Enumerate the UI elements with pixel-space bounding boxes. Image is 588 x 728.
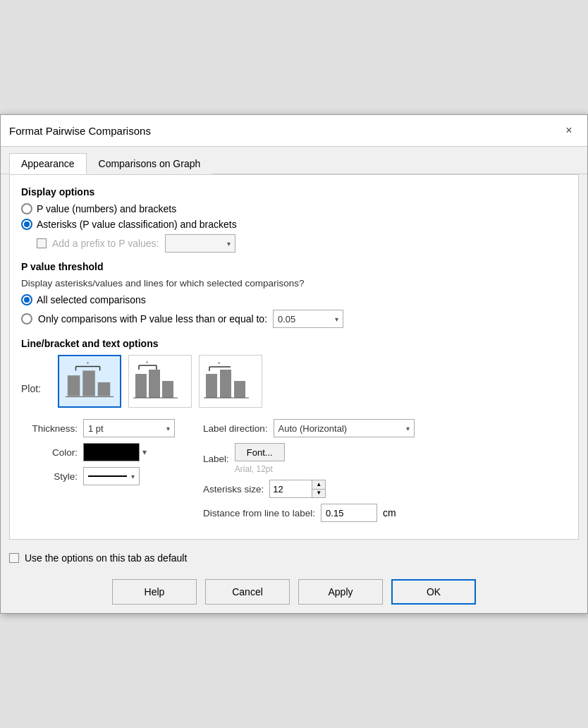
- pvalue-threshold-dropdown[interactable]: 0.05 ▾: [273, 310, 343, 328]
- label-direction-label: Label direction:: [203, 423, 268, 434]
- radio-asterisks[interactable]: [21, 219, 32, 230]
- color-label: Color:: [21, 447, 78, 458]
- pvalue-threshold-subtitle: Display asterisks/values and lines for w…: [21, 278, 567, 289]
- plot-svg-1: *: [62, 358, 117, 404]
- color-swatch[interactable]: [83, 443, 140, 461]
- distance-row: Distance from line to label: cm: [203, 504, 415, 522]
- tab-bar: Appearance Comparisons on Graph: [1, 147, 587, 174]
- plot-thumb-1[interactable]: *: [58, 355, 121, 408]
- tab-appearance[interactable]: Appearance: [9, 153, 87, 174]
- asterisks-size-row: Asterisks size: ▲ ▼: [203, 480, 415, 498]
- plot-svg-2: *: [132, 358, 188, 404]
- color-row: Color: ▾: [21, 443, 175, 461]
- title-bar: Format Pairwise Comparisons ×: [1, 115, 587, 147]
- cancel-button[interactable]: Cancel: [205, 579, 290, 605]
- svg-rect-12: [135, 374, 147, 398]
- style-select[interactable]: ▾: [83, 467, 140, 485]
- prefix-row: Add a prefix to P values: ▾: [37, 234, 567, 253]
- svg-text:*: *: [218, 360, 220, 367]
- plot-section: Plot: *: [21, 355, 567, 408]
- pvalue-chevron-icon: ▾: [335, 315, 338, 323]
- form-right: Label direction: Auto (Horizontal) ▾ Lab…: [203, 419, 415, 528]
- style-row: Style: ▾: [21, 467, 175, 485]
- spinner-arrows: ▲ ▼: [312, 480, 326, 498]
- help-button[interactable]: Help: [112, 579, 197, 605]
- svg-rect-6: [98, 382, 111, 396]
- asterisks-size-input[interactable]: [269, 480, 312, 498]
- radio-all[interactable]: [21, 294, 32, 305]
- distance-input[interactable]: [321, 504, 377, 522]
- asterisks-size-label: Asterisks size:: [203, 484, 264, 495]
- pvalue-threshold-title: P value threshold: [21, 261, 567, 272]
- asterisks-size-spinner: ▲ ▼: [269, 480, 326, 498]
- svg-rect-13: [149, 370, 160, 398]
- radio-pvalue-label: P value (numbers) and brackets: [37, 203, 176, 214]
- radio-asterisks-label: Asterisks (P value classification) and b…: [37, 219, 237, 230]
- plot-thumbnails: * *: [58, 355, 262, 408]
- default-checkbox-label: Use the options on this tab as default: [25, 552, 187, 564]
- display-options-title: Display options: [21, 186, 567, 198]
- line-options-title: Line/bracket and text options: [21, 338, 567, 349]
- svg-text:*: *: [146, 360, 148, 366]
- dialog: Format Pairwise Comparisons × Appearance…: [0, 114, 588, 614]
- radio-only-row: Only comparisons with P value less than …: [21, 310, 567, 328]
- label-direction-value: Auto (Horizontal): [278, 423, 348, 434]
- svg-text:*: *: [87, 360, 89, 367]
- font-button[interactable]: Font...: [235, 443, 285, 461]
- label-font-row: Label: Font... Arial, 12pt: [203, 443, 415, 474]
- spinner-up[interactable]: ▲: [312, 480, 325, 490]
- tab-content: Display options P value (numbers) and br…: [9, 174, 579, 540]
- plot-thumb-3[interactable]: *: [199, 355, 262, 408]
- label-font-label: Label:: [203, 454, 229, 464]
- default-checkbox[interactable]: [9, 553, 19, 563]
- form-controls: Thickness: 1 pt ▾ Color: ▾ Style:: [21, 419, 567, 528]
- prefix-dropdown[interactable]: ▾: [165, 234, 235, 253]
- radio-pvalue-row: P value (numbers) and brackets: [21, 203, 567, 214]
- apply-button[interactable]: Apply: [298, 579, 383, 605]
- label-direction-chevron-icon: ▾: [406, 425, 410, 432]
- radio-only-label: Only comparisons with P value less than …: [38, 313, 267, 324]
- line-preview: [88, 475, 127, 477]
- svg-rect-19: [206, 374, 217, 398]
- color-chevron-icon[interactable]: ▾: [142, 447, 147, 457]
- button-bar: Help Cancel Apply OK: [1, 571, 587, 613]
- close-button[interactable]: ×: [559, 121, 579, 140]
- radio-pvalue[interactable]: [21, 203, 32, 214]
- prefix-checkbox[interactable]: [37, 238, 47, 248]
- svg-rect-4: [68, 375, 80, 396]
- radio-only[interactable]: [21, 313, 32, 324]
- form-left: Thickness: 1 pt ▾ Color: ▾ Style:: [21, 419, 175, 528]
- font-info: Arial, 12pt: [235, 464, 285, 474]
- label-direction-row: Label direction: Auto (Horizontal) ▾: [203, 419, 415, 437]
- style-label: Style:: [21, 471, 78, 482]
- plot-thumb-2[interactable]: *: [128, 355, 192, 408]
- prefix-chevron-icon: ▾: [227, 240, 231, 248]
- thickness-row: Thickness: 1 pt ▾: [21, 419, 175, 437]
- plot-svg-3: *: [202, 358, 259, 404]
- svg-rect-20: [220, 370, 231, 398]
- pvalue-threshold-value: 0.05: [278, 314, 295, 324]
- style-chevron-icon: ▾: [131, 473, 135, 480]
- radio-all-row: All selected comparisons: [21, 294, 567, 305]
- svg-rect-21: [234, 381, 245, 398]
- thickness-select[interactable]: 1 pt ▾: [83, 419, 175, 437]
- distance-label: Distance from line to label:: [203, 508, 315, 518]
- label-direction-select[interactable]: Auto (Horizontal) ▾: [274, 419, 415, 437]
- prefix-label: Add a prefix to P values:: [52, 238, 159, 249]
- tab-comparisons[interactable]: Comparisons on Graph: [87, 153, 213, 174]
- distance-unit: cm: [383, 507, 396, 518]
- plot-label: Plot:: [21, 355, 49, 394]
- default-checkbox-row: Use the options on this tab as default: [1, 545, 587, 571]
- radio-asterisks-row: Asterisks (P value classification) and b…: [21, 219, 567, 230]
- radio-all-label: All selected comparisons: [37, 294, 146, 305]
- thickness-value: 1 pt: [88, 423, 104, 434]
- spinner-down[interactable]: ▼: [312, 490, 325, 498]
- svg-rect-5: [82, 370, 95, 396]
- color-control: ▾: [83, 443, 147, 461]
- dialog-title: Format Pairwise Comparisons: [9, 125, 151, 137]
- thickness-chevron-icon: ▾: [166, 425, 170, 432]
- thickness-label: Thickness:: [21, 423, 78, 434]
- svg-rect-14: [162, 381, 173, 398]
- label-font-control: Font... Arial, 12pt: [235, 443, 285, 474]
- ok-button[interactable]: OK: [391, 579, 476, 605]
